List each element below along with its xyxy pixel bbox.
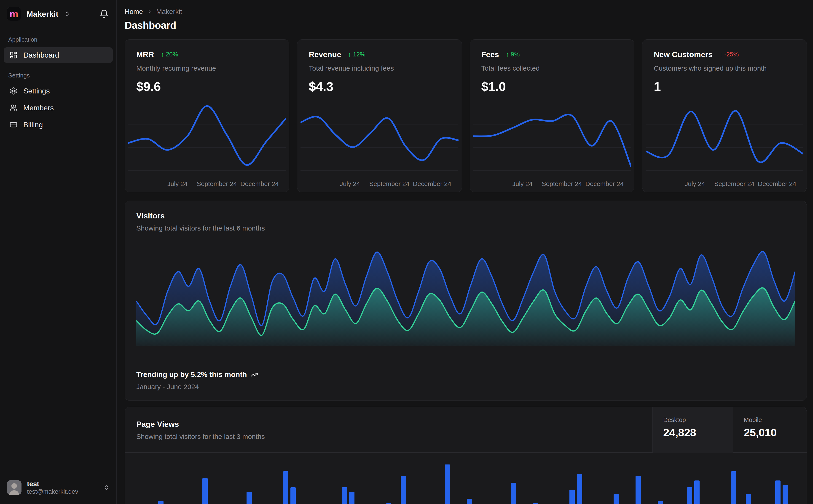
sidebar-item-members[interactable]: Members (4, 100, 113, 116)
page-views-bar (342, 487, 347, 504)
page-views-bar-chart (136, 455, 795, 504)
page-views-bar (687, 487, 692, 504)
visitors-description: Showing total visitors for the last 6 mo… (136, 224, 795, 232)
sidebar-section-settings: Settings (8, 72, 116, 79)
page-views-bar (158, 501, 163, 504)
page-views-bar (658, 501, 663, 504)
avatar (7, 480, 21, 495)
page-views-bar (349, 492, 355, 504)
page-views-bar (577, 474, 582, 504)
visitors-trend-text: Trending up by 5.2% this month (136, 370, 247, 379)
page-views-bar (511, 483, 516, 504)
stat-description: Total revenue including fees (309, 64, 450, 72)
toggle-label: Mobile (744, 416, 807, 424)
stat-card-mrr: MRR ↑ 20% Monthly recurring revenue $9.6… (125, 39, 289, 192)
sidebar-section-application: Application (8, 36, 116, 43)
toggle-label: Desktop (663, 416, 733, 424)
page-views-bar (401, 476, 406, 504)
user-email: test@makerkit.dev (27, 488, 78, 496)
x-tick: December 24 (240, 180, 279, 188)
x-axis-labels: July 24 September 24 December 24 (470, 180, 634, 189)
x-tick: December 24 (585, 180, 624, 188)
user-menu[interactable]: test test@makerkit.dev (4, 477, 113, 498)
arrow-up-icon: ↑ (161, 51, 164, 58)
chevrons-up-down-icon (104, 485, 109, 491)
x-tick: September 24 (369, 180, 410, 188)
stat-value: $9.6 (136, 79, 278, 94)
page-views-bar (775, 480, 781, 504)
workspace-name: Makerkit (27, 10, 58, 19)
toggle-value: 24,828 (663, 426, 733, 439)
arrow-up-icon: ↑ (348, 51, 351, 58)
new-customers-sparkline-chart (646, 98, 803, 176)
page-views-bar (731, 471, 736, 504)
breadcrumb-home-link[interactable]: Home (125, 8, 143, 16)
page-views-bar (283, 471, 288, 504)
stat-description: Total fees collected (481, 64, 623, 72)
bell-icon (99, 9, 109, 19)
sidebar-item-label: Members (23, 104, 54, 112)
toggle-mobile[interactable]: Mobile 25,010 (733, 407, 807, 453)
toggle-desktop[interactable]: Desktop 24,828 (653, 407, 733, 453)
visitors-footer: Trending up by 5.2% this month January -… (136, 370, 258, 391)
sidebar-item-billing[interactable]: Billing (4, 117, 113, 133)
visitors-title: Visitors (136, 211, 795, 220)
page-views-bar (467, 499, 472, 504)
trend-badge: ↑ 20% (161, 51, 178, 58)
sidebar-item-dashboard[interactable]: Dashboard (4, 47, 113, 63)
page-views-bar (445, 464, 450, 504)
x-tick: September 24 (714, 180, 755, 188)
x-tick: December 24 (413, 180, 451, 188)
trend-badge: ↓ -25% (720, 51, 739, 58)
arrow-up-icon: ↑ (506, 51, 509, 58)
visitors-card: Visitors Showing total visitors for the … (125, 201, 807, 401)
stat-title: New Customers (654, 50, 713, 59)
notifications-button[interactable] (99, 9, 109, 19)
x-axis-labels: July 24 September 24 December 24 (125, 180, 289, 189)
x-tick: July 24 (167, 180, 187, 188)
chevron-right-icon (146, 9, 152, 15)
fees-sparkline-chart (473, 98, 631, 176)
page-views-card: Page Views Showing total visitors for th… (125, 407, 807, 504)
credit-card-icon (10, 121, 17, 129)
page-views-bar (247, 492, 252, 504)
stat-card-new-customers: New Customers ↓ -25% Customers who signe… (642, 39, 807, 192)
x-tick: September 24 (197, 180, 237, 188)
revenue-sparkline-chart (301, 98, 458, 176)
stat-value: $1.0 (481, 79, 623, 94)
layout-dashboard-icon (10, 51, 17, 59)
user-name: test (27, 480, 78, 488)
users-icon (10, 104, 17, 112)
trend-value: 20% (166, 51, 178, 58)
page-views-bar (746, 494, 751, 504)
x-tick: July 24 (685, 180, 705, 188)
chevrons-up-down-icon (64, 11, 70, 17)
trend-value: 12% (353, 51, 365, 58)
stat-description: Monthly recurring revenue (136, 64, 278, 72)
sidebar-item-settings[interactable]: Settings (4, 83, 113, 99)
sidebar: m Makerkit Application Dashboard Setting… (0, 0, 117, 504)
x-axis-labels: July 24 September 24 December 24 (297, 180, 461, 189)
sidebar-item-label: Dashboard (23, 51, 59, 59)
mrr-sparkline-chart (128, 98, 286, 176)
x-tick: July 24 (512, 180, 533, 188)
makerkit-logo: m (7, 7, 21, 21)
stat-cards-row: MRR ↑ 20% Monthly recurring revenue $9.6… (125, 39, 807, 192)
trending-up-icon (251, 371, 258, 378)
sidebar-item-label: Settings (23, 87, 50, 95)
stat-description: Customers who signed up this month (654, 64, 795, 72)
main-content: Home Makerkit Dashboard MRR ↑ 20% Monthl… (117, 0, 813, 504)
trend-badge: ↑ 9% (506, 51, 520, 58)
arrow-down-icon: ↓ (720, 51, 723, 58)
sidebar-item-label: Billing (23, 121, 43, 129)
x-tick: September 24 (542, 180, 582, 188)
page-views-header: Page Views Showing total visitors for th… (125, 407, 807, 453)
stat-card-revenue: Revenue ↑ 12% Total revenue including fe… (297, 39, 462, 192)
workspace-selector[interactable]: m Makerkit (0, 0, 116, 27)
breadcrumb-current: Makerkit (156, 8, 182, 16)
trend-value: 9% (511, 51, 520, 58)
stat-title: Fees (481, 50, 499, 59)
trend-value: -25% (724, 51, 739, 58)
stat-card-fees: Fees ↑ 9% Total fees collected $1.0 July… (470, 39, 635, 192)
stat-value: 1 (654, 79, 795, 94)
